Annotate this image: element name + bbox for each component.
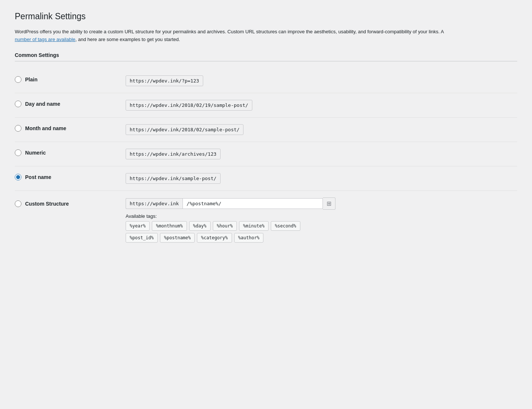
numeric-option-row: Numeric https://wpdev.ink/archives/123 (15, 142, 517, 166)
custom-base-url-display: https://wpdev.ink (126, 198, 183, 209)
month-and-name-option-row: Month and name https://wpdev.ink/2018/02… (15, 118, 517, 142)
plain-option-row: Plain https://wpdev.ink/?p=123 (15, 69, 517, 93)
tag-author[interactable]: %author% (234, 233, 264, 243)
month-and-name-radio-label[interactable]: Month and name (15, 124, 126, 132)
month-and-name-label-text: Month and name (25, 125, 66, 131)
numeric-radio[interactable] (15, 149, 21, 156)
custom-structure-input[interactable] (183, 198, 323, 209)
day-and-name-url-display: https://wpdev.ink/2018/02/19/sample-post… (126, 100, 252, 111)
tag-monthnum[interactable]: %monthnum% (152, 221, 187, 231)
page-description: WordPress offers you the ability to crea… (15, 28, 458, 44)
custom-structure-option-row: Custom Structure https://wpdev.ink ⊞ Ava… (15, 191, 517, 251)
tags-row-2: %post_id% %postname% %category% %author% (126, 233, 335, 243)
available-tags-label: Available tags: (126, 213, 335, 219)
month-and-name-url-display: https://wpdev.ink/2018/02/sample-post/ (126, 124, 243, 135)
custom-structure-input-row: https://wpdev.ink ⊞ (126, 197, 335, 210)
plain-label-text: Plain (25, 77, 37, 82)
tag-day[interactable]: %day% (189, 221, 211, 231)
day-and-name-option-row: Day and name https://wpdev.ink/2018/02/1… (15, 93, 517, 118)
month-and-name-radio[interactable] (15, 125, 21, 132)
plain-radio-label[interactable]: Plain (15, 75, 126, 83)
post-name-label-text: Post name (25, 174, 51, 180)
numeric-radio-label[interactable]: Numeric (15, 149, 126, 156)
custom-structure-tags-button[interactable]: ⊞ (323, 197, 335, 210)
page-title: Permalink Settings (15, 11, 517, 22)
tag-year[interactable]: %year% (126, 221, 150, 231)
permalink-options-list: Plain https://wpdev.ink/?p=123 Day and n… (15, 69, 517, 251)
post-name-url-display: https://wpdev.ink/sample-post/ (126, 173, 221, 184)
tag-second[interactable]: %second% (271, 221, 300, 231)
tag-hour[interactable]: %hour% (213, 221, 237, 231)
plain-radio[interactable] (15, 76, 21, 83)
custom-structure-radio[interactable] (15, 200, 21, 207)
plain-url-display: https://wpdev.ink/?p=123 (126, 75, 203, 86)
custom-structure-radio-label[interactable]: Custom Structure (15, 197, 126, 207)
available-tags-section: Available tags: %year% %monthnum% %day% … (126, 213, 335, 245)
post-name-radio[interactable] (15, 174, 21, 180)
grid-icon: ⊞ (327, 200, 331, 207)
numeric-label-text: Numeric (25, 150, 46, 156)
tag-category[interactable]: %category% (197, 233, 232, 243)
post-name-radio-label[interactable]: Post name (15, 173, 126, 180)
tag-postname[interactable]: %postname% (160, 233, 195, 243)
custom-structure-content: https://wpdev.ink ⊞ Available tags: %yea… (126, 197, 335, 245)
common-settings-heading: Common Settings (15, 52, 517, 61)
description-text-1: WordPress offers you the ability to crea… (15, 29, 444, 34)
day-and-name-label-text: Day and name (25, 101, 60, 107)
day-and-name-radio[interactable] (15, 101, 21, 107)
tags-available-link[interactable]: number of tags are available (15, 37, 75, 42)
day-and-name-radio-label[interactable]: Day and name (15, 100, 126, 107)
custom-structure-label-text: Custom Structure (25, 201, 69, 207)
numeric-url-display: https://wpdev.ink/archives/123 (126, 149, 221, 159)
tag-minute[interactable]: %minute% (239, 221, 269, 231)
post-name-option-row: Post name https://wpdev.ink/sample-post/ (15, 166, 517, 191)
tag-post-id[interactable]: %post_id% (126, 233, 158, 243)
description-text-2: , and here are some examples to get you … (75, 37, 180, 42)
tags-row-1: %year% %monthnum% %day% %hour% %minute% … (126, 221, 335, 231)
